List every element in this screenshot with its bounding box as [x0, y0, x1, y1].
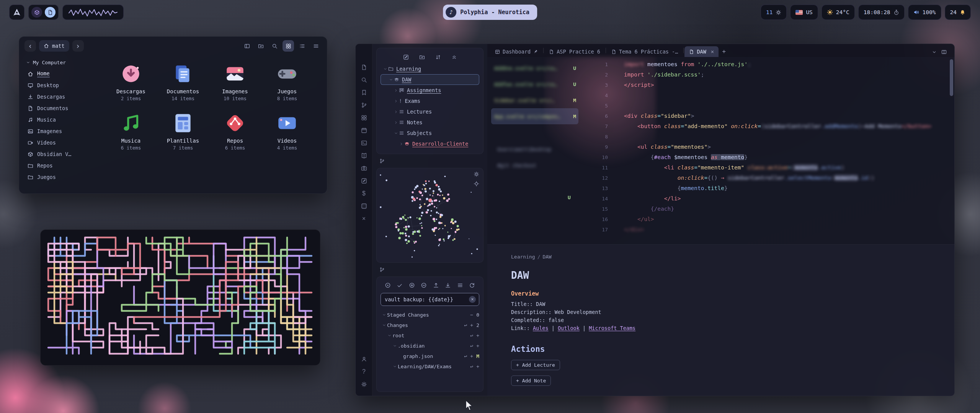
graph-locate-icon[interactable] — [474, 181, 479, 187]
media-widget[interactable]: ♪ Polyphia - Neurotica — [443, 5, 537, 20]
breadcrumb-segment[interactable]: Learning — [511, 254, 535, 260]
fm-sidebar-item-repos[interactable]: Repos — [26, 160, 88, 171]
git-row-learning-daw-exams[interactable]: Learning/DAW/Exams↩+ — [381, 361, 479, 372]
git-commit-and-sync-button[interactable] — [384, 281, 392, 289]
explorer-new-note-button[interactable] — [401, 52, 410, 62]
graph-canvas[interactable] — [377, 168, 483, 262]
folder-repos[interactable]: Repos6 items — [209, 112, 261, 151]
fm-sidebar-item-desktop[interactable]: Desktop — [26, 80, 88, 91]
git-panel-header[interactable] — [376, 265, 483, 274]
tab-tema-6-pr-cticas[interactable]: Tema 6 Prácticas -… — [607, 46, 683, 57]
ribbon-new-note-button[interactable] — [358, 174, 371, 187]
git-row-root[interactable]: root↩+ — [381, 330, 479, 341]
note-link-microsoft-teams[interactable]: Microsoft Teams — [589, 325, 635, 331]
tab-asp-practice-6[interactable]: ASP Practice 6 — [544, 46, 605, 57]
new-tab-button[interactable]: + — [719, 46, 729, 57]
folder-videos[interactable]: Videos4 items — [261, 112, 313, 151]
ribbon-help-button[interactable]: ? — [358, 365, 371, 378]
git-row-obsidian[interactable]: .obsidian↩+ — [381, 341, 479, 351]
git-undo-action[interactable]: ↩ — [470, 333, 473, 338]
search-button[interactable] — [269, 40, 280, 52]
git-undo-action[interactable]: ↩ — [464, 322, 467, 328]
open-editor-item[interactable]: AddTwo.svelte src/co…U — [491, 76, 578, 92]
notifications-widget[interactable]: 24 — [945, 5, 971, 20]
launcher-button[interactable] — [9, 5, 24, 20]
tree-item-exams[interactable]: !Exams — [381, 96, 479, 106]
tree-item-subjects[interactable]: Subjects — [381, 128, 479, 138]
fm-sidebar-item-obsidian-v[interactable]: Obsidian V… — [26, 148, 88, 160]
explorer-collapse-all-button[interactable] — [449, 52, 459, 62]
fm-sidebar-item-documentos[interactable]: Documentos — [26, 102, 88, 114]
tab-dashboard[interactable]: Dashboard — [490, 46, 542, 57]
git-unstage-all-button[interactable] — [420, 281, 428, 289]
dock-app-notes-button[interactable] — [45, 7, 56, 18]
clear-commit-button[interactable]: × — [469, 296, 476, 303]
git-plus-action[interactable]: + — [476, 333, 479, 338]
preview-panel-button[interactable] — [241, 40, 253, 52]
fm-sidebar-item-juegos[interactable]: Juegos — [26, 171, 88, 183]
tree-item-desarrollo-cliente[interactable]: Desarrollo-Cliente — [381, 138, 479, 149]
fm-sidebar-item-videos[interactable]: Videos — [26, 137, 88, 148]
git-refresh-button[interactable] — [468, 281, 476, 289]
folder-juegos[interactable]: Juegos8 items — [261, 63, 313, 101]
list-view-button[interactable] — [296, 40, 308, 52]
ribbon-currency-button[interactable]: $ — [358, 187, 371, 200]
clock-widget[interactable]: 18:08:28 — [858, 5, 905, 20]
keyboard-layout-widget[interactable]: US — [790, 5, 818, 20]
git-stage-all-button[interactable] — [408, 281, 416, 289]
weather-widget[interactable]: 24°C — [822, 5, 855, 20]
open-editor-item[interactable]: Sidebar.svelte src/…M — [491, 92, 578, 108]
tree-item-daw[interactable]: DAW — [381, 74, 479, 85]
volume-widget[interactable]: 100% — [908, 5, 941, 20]
fm-sidebar-item-imagenes[interactable]: Imagenes — [26, 125, 88, 137]
grid-view-button[interactable] — [283, 40, 294, 52]
tab-list-icon[interactable] — [932, 50, 937, 55]
ribbon-daily-note-button[interactable] — [358, 124, 371, 137]
folder-plantillas[interactable]: Plantillas7 items — [157, 112, 209, 151]
dock-app-vault-button[interactable] — [31, 7, 42, 18]
git-undo-action[interactable]: ↩ — [464, 353, 467, 359]
graph-view-panel[interactable] — [376, 168, 483, 263]
note-link-aules[interactable]: Aules — [533, 325, 549, 331]
git-commit-button[interactable] — [395, 281, 404, 289]
git-pull-button[interactable] — [444, 281, 452, 289]
git-undo-action[interactable]: ↩ — [470, 343, 473, 349]
ribbon-profile-button[interactable] — [358, 353, 371, 365]
tree-item-learning[interactable]: Learning — [381, 63, 479, 74]
ribbon-settings-button[interactable] — [358, 378, 371, 390]
back-button[interactable]: ‹ — [24, 40, 36, 52]
open-editor-item[interactable]: AddOne.svelte src/co…U — [491, 60, 578, 76]
tab-daw[interactable]: DAW× — [684, 46, 719, 57]
graph-settings-icon[interactable] — [474, 171, 479, 177]
explorer-sort-button[interactable] — [433, 52, 443, 62]
tree-item-assignments[interactable]: Assignments — [381, 85, 479, 96]
scrollbar-thumb[interactable] — [950, 59, 953, 96]
ribbon-search-button[interactable] — [358, 73, 371, 86]
action-button-add-note[interactable]: + Add Note — [511, 376, 551, 386]
git-push-button[interactable] — [432, 281, 440, 289]
ribbon-canvas-button[interactable] — [358, 111, 371, 124]
ribbon-terminal-button[interactable] — [358, 137, 371, 149]
split-editor-icon[interactable] — [941, 49, 947, 55]
note-breadcrumb[interactable]: Learning/DAW — [511, 254, 939, 260]
breadcrumb[interactable]: matt — [39, 40, 69, 52]
explorer-new-folder-button[interactable] — [417, 52, 426, 62]
git-undo-action[interactable]: ↩ — [470, 364, 473, 369]
updates-widget[interactable]: 11 — [761, 5, 787, 20]
note-pane[interactable]: Learning/DAW DAW Overview Title:: DAWDes… — [487, 244, 954, 396]
ribbon-camera-button[interactable] — [358, 162, 371, 174]
ribbon-files-button[interactable] — [358, 61, 371, 73]
fm-sidebar-item-home[interactable]: Home — [26, 68, 88, 80]
tab-close[interactable]: × — [711, 49, 714, 55]
forward-button[interactable]: › — [72, 40, 84, 52]
code-editor-pane[interactable]: AddOne.svelte src/co…UAddTwo.svelte src/… — [487, 57, 954, 244]
git-row-staged-changes[interactable]: Staged Changes−0 — [381, 310, 479, 320]
note-link-outlook[interactable]: Outlook — [558, 325, 580, 331]
folder-imagenes[interactable]: Imagenes10 items — [209, 63, 261, 101]
git-row-graph-json[interactable]: graph.json↩+M — [381, 351, 479, 361]
action-button-add-lecture[interactable]: + Add Lecture — [511, 360, 560, 370]
sidebar-header[interactable]: My Computer — [26, 57, 88, 68]
folder-descargas[interactable]: Descargas2 items — [105, 63, 157, 101]
git-plus-action[interactable]: + — [470, 353, 473, 359]
git-change-layout-button[interactable] — [456, 281, 464, 289]
